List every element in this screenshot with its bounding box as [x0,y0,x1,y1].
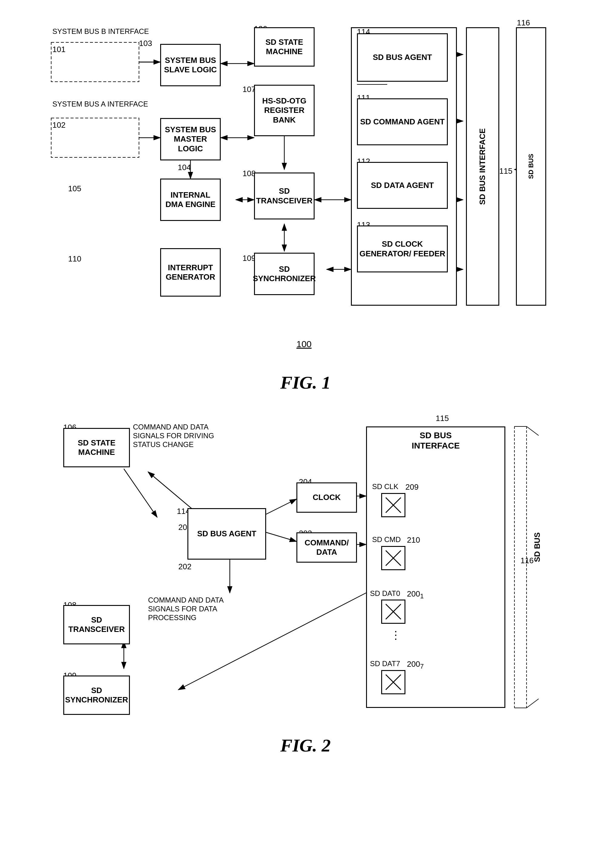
sd-clk-label: SD CLK [372,482,399,491]
ref-100: 100 [296,339,312,349]
svg-line-38 [527,699,539,708]
svg-line-25 [266,499,296,514]
system-bus-master-box: SYSTEM BUS MASTER LOGIC [160,118,221,160]
ref-105: 105 [68,184,81,194]
ref-103: 103 [139,39,152,48]
ref-107: 107 [242,85,256,94]
ref-116-fig1: 116 [517,18,530,28]
ref-209: 209 [405,482,419,492]
svg-line-37 [527,426,539,436]
ref-109: 109 [242,254,256,263]
ref-210: 210 [407,535,420,545]
command-data-box: COMMAND/ DATA [296,532,357,563]
hs-sd-otg-box: HS-SD-OTG REGISTER BANK [254,85,315,136]
sd-bus-interface-box: SD BUS INTERFACE [466,27,499,306]
sd-data-agent-box: SD DATA AGENT [357,162,448,209]
sd-dat0-label: SD DAT0 [370,589,400,598]
sd-bus-right-label: SD BUS [533,532,542,562]
fig2-sd-state-machine-box: SD STATE MACHINE [63,428,130,467]
ref-101: 101 [53,45,65,54]
fig2-sd-bus-interface-label: SD BUS INTERFACE [405,430,466,451]
fig1-diagram: SYSTEM BUS B INTERFACE 101 SYSTEM BUS A … [48,18,563,366]
system-bus-slave-box: SYSTEM BUS SLAVE LOGIC [160,44,221,86]
ref-110: 110 [68,254,81,264]
cmd-data-status-label: COMMAND AND DATA SIGNALS FOR DRIVING STA… [133,423,239,449]
svg-line-24 [124,469,157,517]
sd-state-machine-box: SD STATE MACHINE [254,27,315,67]
sd-bus-label: SD BUS [527,154,535,179]
sd-transceiver-box: SD TRANSCEIVER [254,172,315,219]
sd-bus-box: SD BUS [516,27,546,306]
svg-line-26 [266,532,296,541]
dots: ⋮ [390,629,401,642]
fig2-sd-bus-agent-box: SD BUS AGENT [188,508,266,560]
sd-command-agent-box: SD COMMAND AGENT [357,98,448,145]
sd-synchronizer-box: SD SYNCHRONIZER [254,253,315,295]
fig2-sd-transceiver-box: SD TRANSCEIVER [63,605,130,644]
sd-bus-interface-label: SD BUS INTERFACE [478,128,487,205]
interrupt-gen-box: INTERRUPT GENERATOR [160,248,221,297]
ref-202: 202 [178,562,191,571]
ref-102: 102 [53,121,65,130]
fig1-label: FIG. 1 [24,372,587,393]
fig2-sd-synchronizer-box: SD SYNCHRONIZER [63,676,130,715]
fig2-label: FIG. 2 [24,735,587,756]
ref-108: 108 [242,169,256,178]
ref-200-7: 2007 [407,659,423,670]
ref-116-fig2: 116 [521,556,533,565]
ref-104: 104 [178,163,191,172]
sd-bus-agent-box: SD BUS AGENT [357,33,448,82]
system-bus-a-label: SYSTEM BUS A INTERFACE [53,100,148,108]
sd-cmd-label: SD CMD [372,535,401,544]
ref-115: 115 [499,166,512,176]
sd-dat7-label: SD DAT7 [370,659,400,668]
ref-200-1: 2001 [407,589,423,600]
fig2-diagram: 106 SD STATE MACHINE COMMAND AND DATA SI… [48,411,563,729]
cmd-data-proc-label: COMMAND AND DATA SIGNALS FOR DATA PROCES… [148,596,254,622]
sd-clock-gen-box: SD CLOCK GENERATOR/ FEEDER [357,225,448,273]
internal-dma-box: INTERNAL DMA ENGINE [160,178,221,221]
ref-115-fig2: 115 [436,414,449,423]
clock-box: CLOCK [296,482,357,513]
system-bus-b-label: SYSTEM BUS B INTERFACE [53,27,149,36]
